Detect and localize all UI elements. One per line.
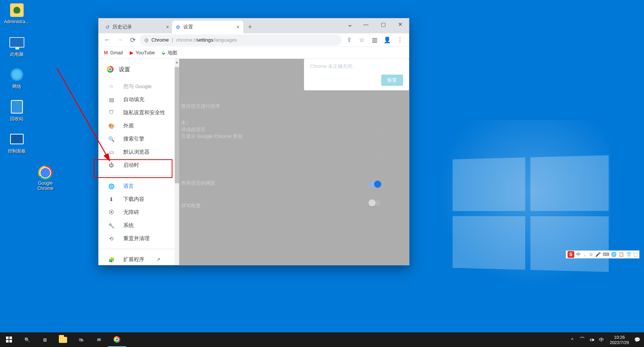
search-icon: 🔍 xyxy=(108,136,115,142)
language-more-icon[interactable]: ⋮ xyxy=(373,129,380,137)
menu-icon[interactable]: ⋮ xyxy=(394,34,406,46)
chrome-window: ↺ 历史记录 × ⚙ 设置 × + ⌄ — ▢ ✕ ← → ⟳ xyxy=(98,18,409,265)
sidebar-item-appearance[interactable]: 🎨外观 xyxy=(99,119,179,132)
task-view-button[interactable]: ⊞ xyxy=(36,332,54,347)
history-icon: ↺ xyxy=(105,24,109,30)
settings-sidebar: 设置 ☺您与 Google ▤自动填充 ⛉隐私设置和安全性 🎨外观 🔍搜索引擎 … xyxy=(99,59,179,265)
desktop-icon-this-pc[interactable]: 此电脑 xyxy=(2,34,31,62)
language-item: 本） xyxy=(181,120,191,126)
tray-network-icon[interactable]: ⁀ xyxy=(578,332,587,347)
bookmark-gmail[interactable]: MGmail xyxy=(104,50,123,55)
translate-toggle[interactable] xyxy=(369,182,380,187)
store-button[interactable]: 🛍 xyxy=(72,332,90,347)
download-icon: ⬇ xyxy=(108,196,115,202)
title-bar: ↺ 历史记录 × ⚙ 设置 × + ⌄ — ▢ ✕ xyxy=(99,18,409,33)
close-tab-icon[interactable]: × xyxy=(166,24,169,30)
reload-button[interactable]: ⟳ xyxy=(127,34,138,46)
tab-search-icon[interactable]: ⌄ xyxy=(342,18,357,30)
chrome-logo-icon xyxy=(107,66,114,73)
sidebar-item-downloads[interactable]: ⬇下载内容 xyxy=(99,193,179,206)
language-more-icon[interactable]: ⋮ xyxy=(373,150,380,159)
search-button[interactable]: 🔍 xyxy=(18,332,36,347)
mail-button[interactable]: ✉ xyxy=(90,332,108,347)
settings-content: Chrome 未正确关闭。 恢复 置对语言进行排序 本） 译成此语言 言显示 G… xyxy=(179,59,409,265)
restore-button[interactable]: 恢复 xyxy=(381,75,403,86)
svg-rect-4 xyxy=(9,340,12,343)
sidebar-item-search[interactable]: 🔍搜索引擎 xyxy=(99,132,179,145)
language-translate-note: 译成此语言 xyxy=(181,126,205,133)
bookmark-icon[interactable]: ☆ xyxy=(356,34,368,46)
desktop-icon-chrome[interactable]: Google Chrome xyxy=(31,165,60,193)
side-panel-icon[interactable]: ▥ xyxy=(368,34,380,46)
share-icon[interactable]: ⇪ xyxy=(343,34,355,46)
palette-icon: 🎨 xyxy=(108,123,115,129)
minimize-button[interactable]: — xyxy=(357,18,374,30)
power-icon: ⏻ xyxy=(108,162,115,168)
close-button[interactable]: ✕ xyxy=(392,18,409,30)
wrench-icon: 🔧 xyxy=(108,223,115,229)
toolbar: ← → ⟳ ◎ Chrome | chrome://settings/langu… xyxy=(99,33,409,47)
sidebar-item-language[interactable]: 🌐语言 xyxy=(99,179,179,193)
desktop-icons: Administra… 此电脑 网络 回收站 控制面板 xyxy=(2,2,31,159)
ime-toolbar[interactable]: S 中，☺🎤⌨🌐📋👕⬚ xyxy=(566,250,640,259)
extension-icon: 🧩 xyxy=(108,257,115,263)
browser-icon: ▭ xyxy=(108,149,115,155)
sidebar-item-privacy[interactable]: ⛉隐私设置和安全性 xyxy=(99,106,179,119)
profile-icon[interactable]: 👤 xyxy=(381,34,393,46)
tray-expand-icon[interactable]: ^ xyxy=(568,332,577,347)
tray-ime-icon[interactable]: 中 xyxy=(597,332,606,347)
person-icon: ☺ xyxy=(108,84,115,89)
tab-label: 设置 xyxy=(183,24,193,30)
taskbar-clock[interactable]: 10:262022/7/29 xyxy=(607,335,632,345)
settings-title: 设置 xyxy=(99,59,179,80)
external-link-icon: ↗ xyxy=(156,257,160,262)
maximize-button[interactable]: ▢ xyxy=(374,18,392,30)
restore-popup: Chrome 未正确关闭。 恢复 xyxy=(304,59,409,90)
close-tab-icon[interactable]: × xyxy=(237,24,240,30)
reset-icon: ⟲ xyxy=(108,236,115,242)
svg-rect-2 xyxy=(9,337,12,339)
tab-history[interactable]: ↺ 历史记录 × xyxy=(102,21,173,33)
tray-volume-icon[interactable]: 🕪 xyxy=(587,332,596,347)
desktop-icon-admin[interactable]: Administra… xyxy=(2,2,31,30)
language-ui-note: 言显示 Google Chrome 界面 xyxy=(181,133,243,140)
autofill-icon: ▤ xyxy=(108,97,115,103)
bookmark-maps[interactable]: ⬙地图 xyxy=(162,49,177,56)
globe-icon: 🌐 xyxy=(108,183,115,189)
new-tab-button[interactable]: + xyxy=(245,22,255,32)
language-order-header: 置对语言进行排序 xyxy=(181,103,220,110)
chrome-icon: ◎ xyxy=(144,37,148,43)
back-button[interactable]: ← xyxy=(102,34,113,46)
translate-row: 所用语言的网页 xyxy=(181,180,215,187)
action-center-icon[interactable]: 💬 xyxy=(633,332,642,347)
sidebar-item-autofill[interactable]: ▤自动填充 xyxy=(99,93,179,106)
sidebar-item-startup[interactable]: ⏻启动时 xyxy=(99,159,179,172)
tab-settings[interactable]: ⚙ 设置 × xyxy=(172,21,243,33)
desktop-icon-control-panel[interactable]: 控制面板 xyxy=(2,131,31,159)
forward-button[interactable]: → xyxy=(114,34,126,46)
address-bar[interactable]: ◎ Chrome | chrome://settings/languages xyxy=(140,34,341,46)
desktop-icon-recycle[interactable]: 回收站 xyxy=(2,99,31,127)
svg-rect-3 xyxy=(6,340,9,343)
desktop-icon-network[interactable]: 网络 xyxy=(2,67,31,94)
ime-logo-icon: S xyxy=(568,251,574,258)
svg-rect-1 xyxy=(6,337,9,339)
popup-message: Chrome 未正确关闭。 xyxy=(310,63,403,70)
tab-label: 历史记录 xyxy=(112,24,132,30)
sidebar-item-extensions[interactable]: 🧩扩展程序↗ xyxy=(99,253,179,265)
spellcheck-row: 拼写检查 xyxy=(181,202,201,209)
explorer-button[interactable] xyxy=(54,332,72,347)
sidebar-item-default-browser[interactable]: ▭默认浏览器 xyxy=(99,145,179,159)
bookmark-youtube[interactable]: ▶YouTube xyxy=(130,50,155,55)
taskbar: 🔍 ⊞ 🛍 ✉ ^ ⁀ 🕪 中 10:262022/7/29 💬 xyxy=(0,332,644,347)
gear-icon: ⚙ xyxy=(176,24,180,30)
sidebar-item-you-google[interactable]: ☺您与 Google xyxy=(99,80,179,93)
chrome-taskbar-button[interactable] xyxy=(108,332,126,347)
sidebar-item-system[interactable]: 🔧系统 xyxy=(99,219,179,232)
a11y-icon: ⦿ xyxy=(108,209,115,215)
sidebar-item-reset[interactable]: ⟲重置并清理 xyxy=(99,232,179,245)
sidebar-item-a11y[interactable]: ⦿无障碍 xyxy=(99,206,179,219)
start-button[interactable] xyxy=(0,332,18,347)
spellcheck-toggle[interactable] xyxy=(369,200,380,206)
bookmarks-bar: MGmail ▶YouTube ⬙地图 xyxy=(99,47,409,59)
